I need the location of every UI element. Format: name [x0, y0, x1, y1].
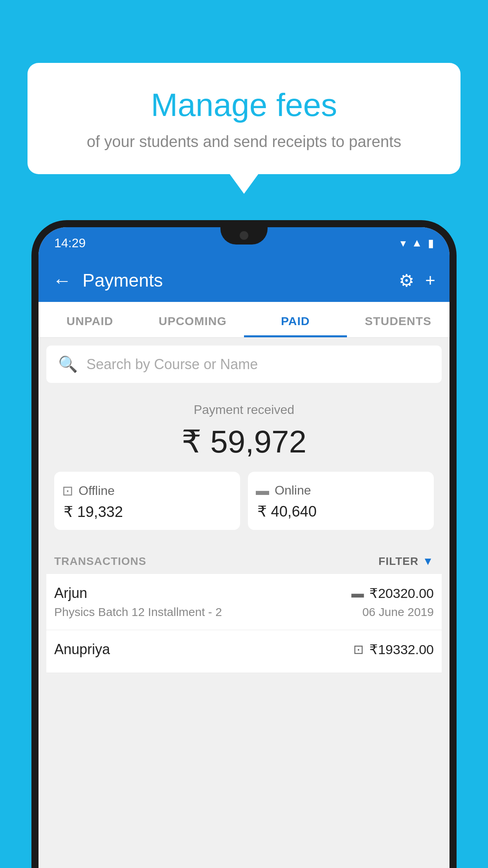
- tabs-bar: UNPAID UPCOMING PAID STUDENTS: [39, 302, 449, 338]
- online-label: Online: [275, 483, 311, 498]
- speech-bubble: Manage fees of your students and send re…: [28, 63, 460, 174]
- transactions-label: TRANSACTIONS: [54, 555, 146, 568]
- page-title: Payments: [83, 270, 399, 291]
- txn-name: Anupriya: [54, 641, 110, 658]
- add-button[interactable]: +: [425, 270, 435, 290]
- bubble-subtitle: of your students and send receipts to pa…: [51, 133, 437, 151]
- online-card: ▬ Online ₹ 40,640: [248, 472, 434, 530]
- card-icon: ▬: [256, 483, 269, 498]
- search-icon: 🔍: [58, 355, 78, 373]
- txn-amount-wrap: ▬ ₹20320.00: [351, 585, 434, 601]
- bubble-title: Manage fees: [51, 86, 437, 123]
- filter-button[interactable]: FILTER ▼: [378, 555, 434, 568]
- search-bar[interactable]: 🔍 Search by Course or Name: [46, 346, 442, 383]
- transaction-row[interactable]: Anupriya ⊡ ₹19332.00: [46, 630, 442, 673]
- payment-received-label: Payment received: [54, 403, 434, 417]
- payment-summary: Payment received ₹ 59,972 ⊡ Offline ₹ 19…: [46, 391, 442, 546]
- txn-date: 06 June 2019: [362, 605, 434, 619]
- status-icons: ▾ ▲ ▮: [400, 237, 434, 250]
- txn-amount-wrap: ⊡ ₹19332.00: [353, 642, 434, 657]
- offline-amount: ₹ 19,332: [62, 503, 232, 520]
- camera: [240, 231, 248, 240]
- filter-label: FILTER: [378, 555, 418, 568]
- content-area: 🔍 Search by Course or Name Payment recei…: [39, 338, 449, 681]
- payment-cards: ⊡ Offline ₹ 19,332 ▬ Online ₹ 40,640: [54, 472, 434, 530]
- status-bar: 14:29 ▾ ▲ ▮: [39, 227, 449, 259]
- battery-icon: ▮: [428, 237, 434, 250]
- back-button[interactable]: ←: [53, 270, 72, 291]
- online-amount: ₹ 40,640: [256, 503, 426, 520]
- tab-unpaid[interactable]: UNPAID: [39, 302, 141, 337]
- settings-button[interactable]: ⚙: [399, 270, 414, 291]
- tab-paid[interactable]: PAID: [244, 302, 347, 337]
- txn-cash-icon: ⊡: [353, 642, 364, 657]
- offline-label: Offline: [79, 484, 115, 498]
- tab-students[interactable]: STUDENTS: [347, 302, 450, 337]
- status-time: 14:29: [54, 236, 86, 250]
- payment-total-amount: ₹ 59,972: [54, 423, 434, 460]
- wifi-icon: ▾: [400, 237, 406, 250]
- signal-icon: ▲: [411, 237, 422, 249]
- offline-card: ⊡ Offline ₹ 19,332: [54, 472, 240, 530]
- app-header: ← Payments ⚙ +: [39, 259, 449, 302]
- header-actions: ⚙ +: [399, 270, 435, 291]
- txn-amount: ₹20320.00: [369, 585, 434, 601]
- transactions-header: TRANSACTIONS FILTER ▼: [46, 546, 442, 574]
- phone-frame: 14:29 ▾ ▲ ▮ ← Payments ⚙ + UNPAID: [31, 220, 457, 868]
- tab-upcoming[interactable]: UPCOMING: [141, 302, 244, 337]
- txn-amount: ₹19332.00: [369, 642, 434, 657]
- txn-course: Physics Batch 12 Installment - 2: [54, 605, 222, 619]
- txn-card-icon: ▬: [351, 586, 364, 601]
- search-input[interactable]: Search by Course or Name: [86, 356, 258, 373]
- transaction-row[interactable]: Arjun ▬ ₹20320.00 Physics Batch 12 Insta…: [46, 574, 442, 630]
- cash-icon: ⊡: [62, 483, 73, 498]
- txn-name: Arjun: [54, 585, 87, 601]
- filter-icon: ▼: [422, 555, 434, 568]
- phone-notch: [220, 227, 268, 245]
